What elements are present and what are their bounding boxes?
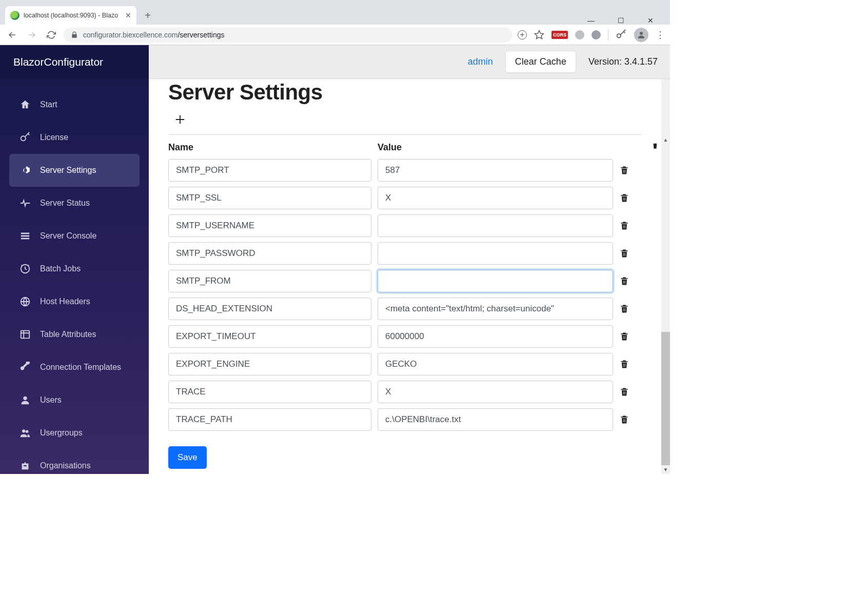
extension-icon-2[interactable] (591, 30, 601, 39)
start-icon (19, 99, 31, 110)
extension-icon-1[interactable] (575, 30, 584, 39)
sidebar-item-server-status[interactable]: Server Status (9, 187, 140, 220)
sidebar-item-license[interactable]: License (9, 121, 140, 154)
content-scrollbar[interactable]: ▲ ▼ (661, 79, 670, 474)
browser-toolbar: configurator.biexcellence.com/serversett… (0, 25, 670, 45)
delete-row-button[interactable] (619, 303, 642, 314)
setting-value-input[interactable] (378, 408, 613, 431)
column-actions-header (613, 142, 642, 153)
kebab-menu-icon[interactable]: ⋮ (656, 29, 665, 41)
delete-row-button[interactable] (619, 331, 642, 342)
svg-rect-13 (22, 463, 29, 469)
batch-jobs-icon (19, 263, 31, 274)
add-button[interactable] (174, 114, 186, 125)
svg-point-10 (23, 397, 27, 400)
brand-title[interactable]: BlazorConfigurator (0, 45, 149, 79)
sidebar-item-label: Batch Jobs (40, 264, 81, 273)
profile-avatar-icon[interactable] (634, 28, 648, 42)
delete-row-button[interactable] (619, 165, 642, 176)
delete-row-button[interactable] (619, 220, 642, 231)
new-tab-button[interactable]: + (141, 8, 155, 23)
svg-point-11 (22, 429, 25, 432)
reload-button[interactable] (44, 28, 58, 42)
usergroups-icon (19, 427, 31, 439)
host-headers-icon (19, 296, 31, 307)
setting-value-input[interactable] (378, 187, 613, 209)
license-icon (19, 132, 31, 143)
organisations-icon (19, 460, 31, 471)
browser-tab[interactable]: localhost (localhost:9093) - Blazo ✕ (5, 6, 136, 25)
star-icon[interactable] (534, 30, 544, 40)
sidebar-item-usergroups[interactable]: Usergroups (9, 417, 140, 449)
setting-name-input[interactable] (168, 298, 371, 320)
setting-value-input[interactable] (378, 242, 613, 265)
trash-icon[interactable] (650, 142, 660, 149)
setting-value-input[interactable] (378, 325, 613, 348)
sidebar-item-connection-templates[interactable]: Connection Templates (9, 351, 140, 384)
content-area: Server Settings Name Value (149, 79, 661, 474)
setting-name-input[interactable] (168, 270, 371, 292)
svg-marker-0 (535, 30, 544, 38)
setting-name-input[interactable] (168, 214, 371, 237)
sidebar-item-start[interactable]: Start (9, 88, 140, 121)
sidebar-item-users[interactable]: Users (9, 384, 140, 417)
table-row (168, 353, 642, 375)
page-title: Server Settings (168, 80, 642, 105)
delete-row-button[interactable] (619, 386, 642, 398)
server-console-icon (19, 230, 31, 242)
maximize-icon[interactable]: ☐ (610, 16, 631, 25)
close-window-icon[interactable]: ✕ (640, 16, 661, 25)
table-row (168, 159, 642, 182)
setting-value-input[interactable] (378, 159, 613, 182)
delete-row-button[interactable] (619, 248, 642, 259)
zoom-plus-icon[interactable]: + (518, 30, 527, 39)
save-button[interactable]: Save (168, 446, 207, 469)
sidebar-item-server-settings[interactable]: Server Settings (9, 154, 140, 187)
clear-cache-button[interactable]: Clear Cache (505, 51, 576, 73)
svg-point-12 (26, 430, 28, 433)
delete-row-button[interactable] (619, 275, 642, 287)
svg-rect-6 (21, 238, 30, 240)
tab-close-icon[interactable]: ✕ (125, 11, 131, 19)
svg-rect-5 (21, 235, 30, 237)
table-row (168, 242, 642, 265)
setting-value-input[interactable] (378, 381, 613, 403)
delete-row-button[interactable] (619, 192, 642, 204)
extension-cors-icon[interactable]: CORS (551, 31, 568, 39)
setting-name-input[interactable] (168, 242, 371, 265)
address-bar[interactable]: configurator.biexcellence.com/serversett… (64, 27, 512, 43)
sidebar-item-label: Usergroups (40, 428, 83, 438)
back-button[interactable] (5, 28, 19, 42)
setting-name-input[interactable] (168, 381, 371, 403)
sidebar-item-server-console[interactable]: Server Console (9, 220, 140, 252)
sidebar-item-batch-jobs[interactable]: Batch Jobs (9, 252, 140, 285)
delete-row-button[interactable] (619, 414, 642, 425)
sidebar-item-host-headers[interactable]: Host Headers (9, 285, 140, 318)
delete-row-button[interactable] (619, 359, 642, 370)
setting-value-input[interactable] (378, 298, 613, 320)
favicon-icon (10, 11, 19, 20)
admin-link[interactable]: admin (468, 56, 493, 67)
sidebar-item-organisations[interactable]: Organisations (9, 449, 140, 474)
setting-name-input[interactable] (168, 408, 371, 431)
scroll-down-icon[interactable]: ▼ (661, 465, 670, 474)
toolbar-divider (608, 29, 608, 41)
svg-rect-9 (21, 331, 30, 339)
setting-name-input[interactable] (168, 159, 371, 182)
forward-button[interactable] (25, 28, 39, 42)
setting-name-input[interactable] (168, 325, 371, 348)
sidebar-item-label: Server Status (40, 199, 90, 208)
table-row (168, 270, 642, 292)
settings-table-body (168, 159, 642, 431)
key-icon[interactable] (616, 29, 627, 41)
setting-value-input[interactable] (378, 270, 613, 292)
sidebar-item-table-attributes[interactable]: Table Attributes (9, 318, 140, 351)
setting-name-input[interactable] (168, 187, 371, 209)
table-attributes-icon (19, 329, 31, 340)
setting-value-input[interactable] (378, 353, 613, 375)
setting-name-input[interactable] (168, 353, 371, 375)
minimize-icon[interactable]: — (581, 16, 601, 25)
setting-value-input[interactable] (378, 214, 613, 237)
version-label: Version: 3.4.1.57 (588, 56, 658, 67)
sidebar-item-label: Table Attributes (40, 330, 96, 339)
